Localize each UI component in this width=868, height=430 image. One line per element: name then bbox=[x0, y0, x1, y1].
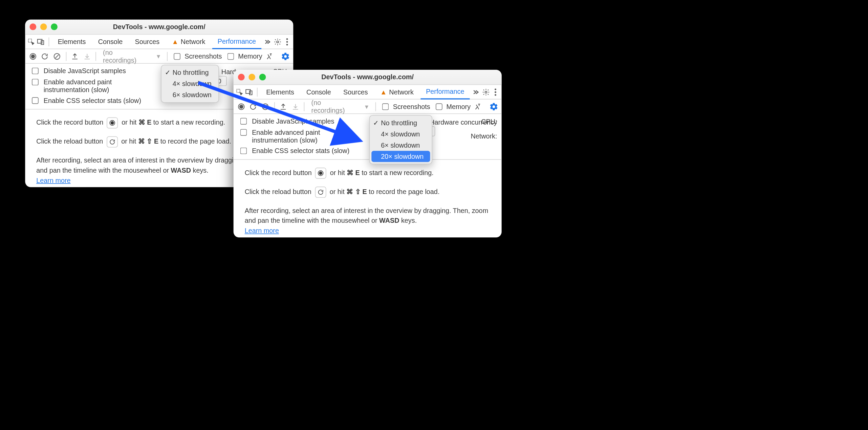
recordings-select[interactable]: (no recordings) ▾ bbox=[309, 99, 371, 114]
reload-button-inline[interactable] bbox=[315, 187, 326, 198]
memory-input[interactable] bbox=[436, 103, 442, 110]
upload-icon[interactable] bbox=[71, 51, 80, 61]
css-stats-checkbox[interactable] bbox=[240, 147, 247, 154]
memory-checkbox[interactable]: Memory bbox=[434, 101, 471, 111]
inspect-icon[interactable] bbox=[27, 36, 36, 48]
css-stats-label: Enable CSS selector stats (slow) bbox=[252, 147, 349, 155]
clear-icon[interactable] bbox=[261, 101, 270, 111]
throttle-option-none[interactable]: No throttling bbox=[370, 117, 432, 129]
maximize-icon[interactable] bbox=[51, 23, 58, 30]
screenshots-input[interactable] bbox=[174, 53, 181, 60]
window-title: DevTools - www.google.com/ bbox=[239, 73, 496, 81]
css-stats-checkbox[interactable] bbox=[32, 97, 39, 104]
disable-js-row[interactable]: Disable JavaScript samples bbox=[29, 67, 157, 76]
screenshots-checkbox[interactable]: Screenshots bbox=[380, 101, 430, 111]
record-icon[interactable] bbox=[237, 101, 246, 111]
divider bbox=[257, 87, 257, 96]
adv-paint-checkbox[interactable] bbox=[240, 129, 247, 136]
kebab-icon[interactable] bbox=[491, 86, 499, 98]
device-toggle-icon[interactable] bbox=[245, 86, 254, 98]
recordings-select[interactable]: (no recordings) ▾ bbox=[101, 48, 162, 64]
more-tabs-icon[interactable] bbox=[471, 86, 479, 98]
maximize-icon[interactable] bbox=[259, 74, 266, 81]
css-stats-row[interactable]: Enable CSS selector stats (slow) bbox=[238, 147, 365, 156]
titlebar: DevTools - www.google.com/ bbox=[234, 70, 502, 85]
memory-input[interactable] bbox=[227, 53, 234, 60]
text: WASD bbox=[379, 217, 399, 224]
capture-settings-gear-icon[interactable] bbox=[489, 101, 498, 111]
disable-js-checkbox[interactable] bbox=[240, 118, 247, 125]
tab-console[interactable]: Console bbox=[301, 85, 337, 99]
gc-icon[interactable] bbox=[266, 51, 275, 61]
disable-js-checkbox[interactable] bbox=[32, 68, 39, 74]
settings-gear-icon[interactable] bbox=[482, 86, 490, 98]
throttle-option-4x[interactable]: 4× slowdown bbox=[370, 129, 432, 140]
text: keys. bbox=[191, 166, 209, 174]
settings-gear-icon[interactable] bbox=[273, 36, 282, 48]
text: or hit bbox=[121, 137, 136, 145]
tab-elements[interactable]: Elements bbox=[261, 85, 300, 99]
recordings-label: (no recordings) bbox=[311, 99, 347, 114]
reload-icon[interactable] bbox=[41, 51, 49, 61]
svg-point-23 bbox=[320, 172, 322, 174]
device-toggle-icon[interactable] bbox=[37, 36, 45, 48]
cpu-throttle-dropdown[interactable]: No throttling 4× slowdown 6× slowdown 20… bbox=[369, 115, 433, 164]
record-icon[interactable] bbox=[28, 51, 37, 61]
screenshots-checkbox[interactable]: Screenshots bbox=[172, 51, 222, 61]
svg-rect-2 bbox=[41, 40, 44, 44]
capture-settings-gear-icon[interactable] bbox=[281, 51, 290, 61]
shortcut: ⌘ E bbox=[138, 119, 152, 126]
upload-icon[interactable] bbox=[279, 101, 288, 111]
text: After recording, select an area of inter… bbox=[245, 207, 488, 224]
memory-checkbox[interactable]: Memory bbox=[225, 51, 262, 61]
minimize-icon[interactable] bbox=[40, 23, 47, 30]
shortcut: ⌘ ⇧ E bbox=[346, 188, 367, 195]
more-tabs-icon[interactable] bbox=[263, 36, 271, 48]
divider bbox=[96, 52, 96, 61]
screenshots-input[interactable] bbox=[382, 103, 389, 110]
minimize-icon[interactable] bbox=[248, 74, 255, 81]
tab-performance[interactable]: Performance bbox=[212, 35, 261, 49]
traffic-lights[interactable] bbox=[29, 23, 58, 30]
svg-point-15 bbox=[485, 91, 487, 93]
traffic-lights[interactable] bbox=[238, 74, 266, 81]
svg-point-8 bbox=[31, 55, 35, 58]
gc-icon[interactable] bbox=[474, 101, 483, 111]
tab-network[interactable]: ▲ Network bbox=[375, 85, 419, 99]
tab-sources[interactable]: Sources bbox=[129, 34, 165, 49]
learn-more-link[interactable]: Learn more bbox=[36, 176, 70, 184]
screenshots-label: Screenshots bbox=[393, 103, 430, 110]
inspect-icon[interactable] bbox=[236, 86, 244, 98]
divider bbox=[274, 102, 274, 111]
disable-js-label: Disable JavaScript samples bbox=[44, 67, 126, 75]
close-icon[interactable] bbox=[29, 23, 36, 30]
close-icon[interactable] bbox=[238, 74, 245, 81]
css-stats-row[interactable]: Enable CSS selector stats (slow) bbox=[29, 96, 157, 105]
adv-paint-row[interactable]: Enable advanced paint instrumentation (s… bbox=[238, 129, 365, 145]
throttle-option-6x[interactable]: 6× slowdown bbox=[161, 89, 218, 101]
tab-network[interactable]: ▲ Network bbox=[166, 34, 211, 49]
reload-icon[interactable] bbox=[249, 101, 258, 111]
throttle-option-none[interactable]: No throttling bbox=[161, 67, 218, 78]
tab-elements[interactable]: Elements bbox=[52, 34, 91, 49]
tab-performance[interactable]: Performance bbox=[420, 85, 470, 100]
tab-network-label: Network bbox=[181, 38, 205, 45]
disable-js-row[interactable]: Disable JavaScript samples bbox=[238, 117, 365, 126]
window-title: DevTools - www.google.com/ bbox=[31, 23, 288, 31]
learn-more-link[interactable]: Learn more bbox=[245, 227, 279, 235]
clear-icon[interactable] bbox=[52, 51, 61, 61]
adv-paint-checkbox[interactable] bbox=[32, 79, 39, 86]
record-button-inline[interactable] bbox=[315, 168, 326, 179]
svg-point-18 bbox=[494, 94, 496, 95]
reload-button-inline[interactable] bbox=[107, 136, 118, 147]
throttle-option-20x[interactable]: 20× slowdown bbox=[371, 151, 430, 162]
record-button-inline[interactable] bbox=[107, 117, 118, 128]
throttle-option-6x[interactable]: 6× slowdown bbox=[370, 140, 432, 151]
adv-paint-row[interactable]: Enable advanced paint instrumentation (s… bbox=[29, 78, 157, 94]
kebab-icon[interactable] bbox=[283, 36, 291, 48]
cpu-throttle-dropdown[interactable]: No throttling 4× slowdown 6× slowdown bbox=[161, 65, 219, 103]
text: keys. bbox=[399, 217, 417, 224]
tab-sources[interactable]: Sources bbox=[338, 85, 374, 99]
throttle-option-4x[interactable]: 4× slowdown bbox=[161, 78, 218, 89]
tab-console[interactable]: Console bbox=[92, 34, 128, 49]
